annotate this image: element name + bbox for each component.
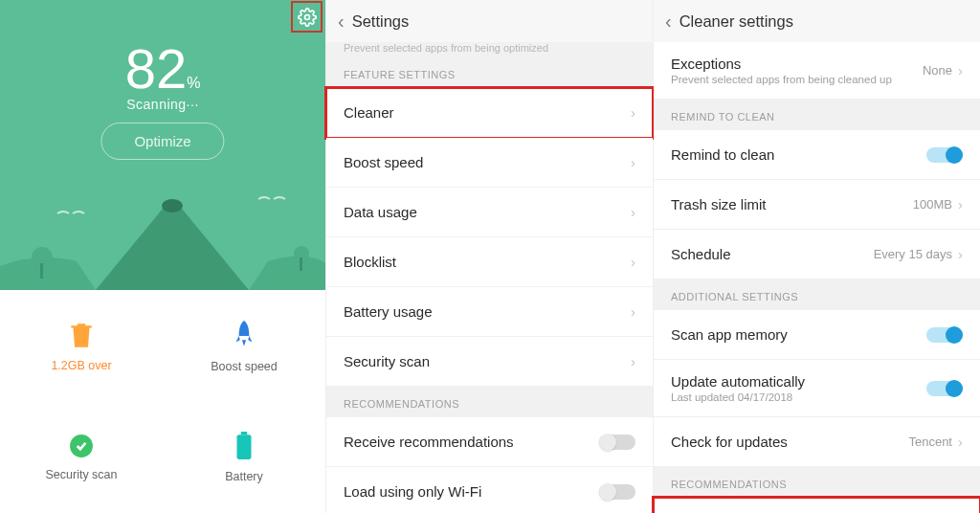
tile-storage[interactable]: 1.2GB over <box>0 290 163 403</box>
scanmem-label: Scan app memory <box>671 326 788 343</box>
row-receive-recommendations[interactable]: Receive recommendations <box>326 417 653 467</box>
remind-label: Remind to clean <box>671 146 774 163</box>
section-additional: ADDITIONAL SETTINGS <box>654 279 980 310</box>
trash-value: 100MB <box>913 197 952 212</box>
gear-icon <box>298 8 317 27</box>
row-data-label: Data usage <box>344 204 417 220</box>
svg-rect-5 <box>40 263 43 279</box>
schedule-value: Every 15 days <box>874 247 952 261</box>
scanning-label: Scanning··· <box>0 97 325 112</box>
schedule-label: Schedule <box>671 246 731 262</box>
row-boost-label: Boost speed <box>344 154 423 170</box>
score-percent: % <box>187 75 200 91</box>
exceptions-value: None <box>923 63 952 78</box>
chevron-right-icon: › <box>631 104 635 121</box>
section-recommendations-3: RECOMMENDATIONS <box>654 467 980 498</box>
svg-point-1 <box>162 199 183 212</box>
check-label: Check for updates <box>671 434 788 450</box>
chevron-right-icon: › <box>631 353 635 369</box>
cutoff-subtext: Prevent selected apps from being optimiz… <box>326 42 653 57</box>
row-schedule[interactable]: Schedule Every 15 days › <box>654 230 980 279</box>
settings-pane: X ‹ Settings Prevent selected apps from … <box>325 0 653 513</box>
landscape-illustration <box>0 175 325 290</box>
chevron-right-icon: › <box>958 434 963 450</box>
chevron-right-icon: › <box>631 154 635 170</box>
security-top: 82% Scanning··· Optimize <box>0 0 325 290</box>
svg-rect-3 <box>176 202 178 206</box>
chevron-right-icon: › <box>958 62 963 78</box>
row-data-usage[interactable]: Data usage › <box>326 188 653 237</box>
row-cleaner[interactable]: Cleaner › <box>326 88 653 138</box>
toggle-scan-memory[interactable] <box>926 327 963 343</box>
battery-icon <box>234 432 254 460</box>
section-remind-clean: REMIND TO CLEAN <box>654 100 980 130</box>
chevron-right-icon: › <box>958 246 963 262</box>
row-recv-label: Receive recommendations <box>344 434 514 450</box>
row-batt-label: Battery usage <box>344 303 433 320</box>
row-remind-clean[interactable]: Remind to clean <box>654 130 980 180</box>
security-tiles: 1.2GB over Boost speed Security scan Bat… <box>0 290 325 513</box>
row-load-wifi[interactable]: Load using only Wi-Fi <box>326 467 653 513</box>
row-sec-label: Security scan <box>344 353 430 369</box>
tile-boost[interactable]: Boost speed <box>163 290 325 403</box>
tile-battery[interactable]: Battery <box>163 403 325 514</box>
tile-boost-label: Boost speed <box>211 360 278 373</box>
shield-icon <box>69 434 94 458</box>
cleaner-title: Cleaner settings <box>679 12 793 31</box>
rocket-icon <box>232 320 256 350</box>
section-feature-settings: FEATURE SETTINGS <box>326 57 653 88</box>
check-value: Tencent <box>908 435 952 449</box>
svg-rect-9 <box>241 432 247 435</box>
toggle-remind-clean[interactable] <box>926 147 963 163</box>
row-exceptions[interactable]: Exceptions Prevent selected apps from be… <box>654 42 980 100</box>
row-boost-speed[interactable]: Boost speed › <box>326 138 653 188</box>
chevron-right-icon: › <box>631 303 635 320</box>
svg-rect-10 <box>237 435 252 459</box>
row-update-auto[interactable]: Update automatically Last updated 04/17/… <box>654 360 980 417</box>
row-check-updates[interactable]: Check for updates Tencent › <box>654 417 980 467</box>
row-block-label: Blocklist <box>344 254 396 270</box>
settings-header: ‹ Settings <box>326 0 653 42</box>
row-wifi-label: Load using only Wi-Fi <box>344 483 481 500</box>
settings-gear-highlight[interactable] <box>291 1 323 33</box>
row-receive-recommendations-3[interactable]: Receive recommendations <box>654 498 980 513</box>
svg-rect-7 <box>300 257 302 271</box>
toggle-receive-recs[interactable] <box>599 435 635 450</box>
upd-sub: Last updated 04/17/2018 <box>671 391 805 403</box>
row-scan-memory[interactable]: Scan app memory <box>654 310 980 360</box>
trash-icon <box>69 321 94 349</box>
toggle-update-auto[interactable] <box>926 381 963 396</box>
chevron-right-icon: › <box>631 254 635 270</box>
row-security-scan[interactable]: Security scan › <box>326 337 653 387</box>
toggle-wifi-only[interactable] <box>599 484 635 500</box>
cleaner-header: ‹ Cleaner settings <box>654 0 980 42</box>
section-recommendations: RECOMMENDATIONS <box>326 387 653 417</box>
upd-label: Update automatically <box>671 373 805 390</box>
row-trash-size[interactable]: Trash size limit 100MB › <box>654 180 980 230</box>
svg-rect-2 <box>167 202 168 206</box>
back-icon[interactable]: ‹ <box>336 7 352 36</box>
chevron-right-icon: › <box>631 204 635 220</box>
exceptions-label: Exceptions <box>671 56 892 72</box>
back-icon[interactable]: ‹ <box>663 7 679 36</box>
security-app-pane: 82% Scanning··· Optimize 1.2GB over Boos… <box>0 0 325 513</box>
row-battery-usage[interactable]: Battery usage › <box>326 287 653 337</box>
tile-scan[interactable]: Security scan <box>0 403 163 514</box>
row-cleaner-label: Cleaner <box>344 104 394 121</box>
trash-label: Trash size limit <box>671 196 766 212</box>
svg-point-0 <box>304 14 309 19</box>
optimize-button[interactable]: Optimize <box>100 123 224 160</box>
security-score: 82% Scanning··· <box>0 36 325 112</box>
tile-battery-label: Battery <box>225 470 263 483</box>
settings-title: Settings <box>352 12 410 31</box>
tile-scan-label: Security scan <box>45 468 117 481</box>
tile-storage-label: 1.2GB over <box>51 359 111 372</box>
chevron-right-icon: › <box>958 196 963 212</box>
exceptions-sub: Prevent selected apps from being cleaned… <box>671 74 892 85</box>
cleaner-settings-pane: ‹ Cleaner settings Exceptions Prevent se… <box>653 0 980 513</box>
score-number: 82 <box>125 36 188 100</box>
row-blocklist[interactable]: Blocklist › <box>326 237 653 287</box>
